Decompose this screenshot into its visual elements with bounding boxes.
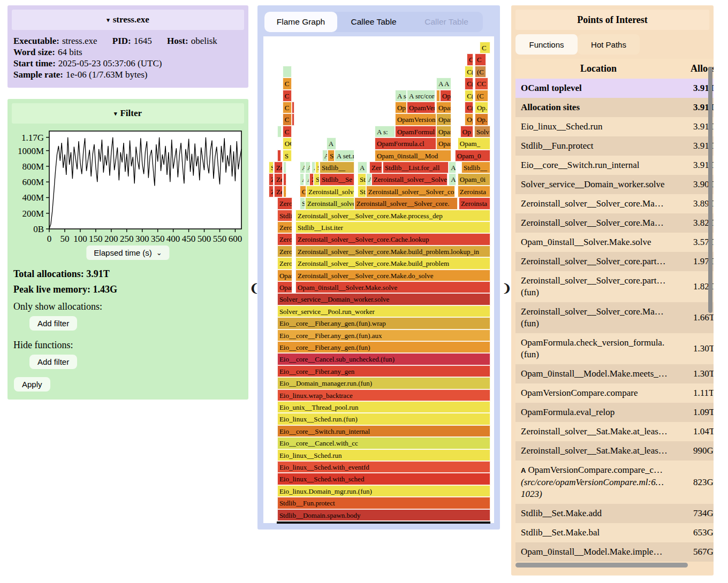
- flame-frame[interactable]: Eio_linux__Sched.with_sched: [277, 473, 490, 485]
- flame-frame[interactable]: Zero: [369, 162, 382, 173]
- flame-frame[interactable]: Stdlib__Fun.protect: [277, 497, 490, 509]
- flame-frame[interactable]: Stdlib: [277, 210, 292, 221]
- flame-frame[interactable]: Opam_0install__Solver.Make.solve: [295, 281, 490, 293]
- flame-frame[interactable]: Stdlib__Se: [320, 173, 354, 185]
- flame-frame[interactable]: Zeroinstall_solver__Solver_core.Make.bui…: [295, 246, 490, 257]
- poi-table-row[interactable]: Zeroinstall_solver__Solver_core.Ma…3.89T: [515, 194, 714, 213]
- flame-frame[interactable]: C: [283, 126, 292, 137]
- flame-frame[interactable]: OpamFormul: [395, 126, 436, 137]
- poi-table-row[interactable]: AOpamVersionCompare.compare_c…(src/core/…: [515, 461, 714, 504]
- flame-frame[interactable]: [292, 113, 294, 125]
- flame-frame[interactable]: C(: [465, 78, 473, 89]
- flame-frame[interactable]: Eio__core__Cancel.sub_unchecked.(fun): [277, 353, 490, 365]
- flame-frame[interactable]: OpamVersion: [395, 113, 436, 125]
- flame-frame[interactable]: C: [283, 90, 292, 102]
- flame-frame[interactable]: Eio__core__Fiber.any_gen.(fun).aux: [277, 329, 490, 341]
- flame-frame[interactable]: S: [300, 197, 305, 209]
- poi-table-row[interactable]: OpamFormula.check_version_formula. (fun)…: [515, 333, 714, 364]
- flame-frame[interactable]: A: [322, 150, 328, 162]
- flame-frame[interactable]: Opam: [436, 113, 451, 125]
- flame-frame[interactable]: Z: [269, 173, 274, 185]
- tab-callee-table[interactable]: Callee Table: [337, 12, 410, 32]
- poi-table-row[interactable]: Allocation sites3.91T: [515, 98, 714, 117]
- flame-frame[interactable]: Op.: [475, 102, 488, 113]
- tab-caller-table[interactable]: Caller Table: [410, 12, 483, 32]
- vertical-scrollbar[interactable]: [708, 67, 712, 313]
- flame-frame[interactable]: Opam: [436, 137, 451, 149]
- flame-frame[interactable]: Eio__core__Fiber.any_gen: [277, 365, 490, 377]
- flame-frame[interactable]: Zeroinstall_solver__Solver_core.: [354, 197, 458, 209]
- flame-frame[interactable]: Op.: [475, 113, 488, 125]
- flame-frame[interactable]: A set.r: [335, 150, 354, 162]
- poi-table-row[interactable]: Opam_0install__Solver.Make.solve3.57T: [515, 233, 714, 252]
- poi-tab-functions[interactable]: Functions: [515, 34, 578, 55]
- flame-frame[interactable]: S: [314, 173, 320, 185]
- flame-frame[interactable]: A: [449, 173, 456, 185]
- poi-table-row[interactable]: Eio__core__Switch.run_internal3.91T: [515, 156, 714, 175]
- flame-frame[interactable]: S: [283, 150, 292, 162]
- poi-table-row[interactable]: Stdlib__Fun.protect3.91T: [515, 136, 714, 156]
- flame-frame[interactable]: Solver_service__Pool.run_worker: [277, 305, 490, 317]
- flame-frame[interactable]: Stdlib__: [461, 162, 490, 173]
- apply-button[interactable]: Apply: [14, 377, 50, 392]
- flame-frame[interactable]: Ze: [274, 186, 283, 197]
- flame-frame[interactable]: (C: [475, 66, 486, 78]
- flame-frame[interactable]: C: [475, 53, 486, 65]
- flame-frame[interactable]: A: [449, 162, 456, 173]
- flame-frame[interactable]: S: [315, 162, 319, 173]
- flame-frame[interactable]: Z: [309, 173, 314, 185]
- flame-frame[interactable]: Zeroinstall_solver__Solver_core.Make.do_…: [295, 270, 490, 281]
- flame-frame[interactable]: Opam_: [458, 137, 490, 149]
- flame-frame[interactable]: Eio_linux__Sched.run.(fun): [277, 413, 490, 425]
- poi-table-row[interactable]: Zeroinstall_solver__Sat.Make.at_leas…990…: [515, 441, 714, 461]
- flame-frame[interactable]: Solv: [474, 126, 490, 137]
- executable-info-header[interactable]: ▾ stress.exe: [12, 10, 244, 30]
- poi-table-row[interactable]: Zeroinstall_solver__Solver_core.part…1.9…: [515, 252, 714, 271]
- flame-frame[interactable]: Stdlib__Domain.spawn.body: [277, 509, 490, 521]
- flame-frame[interactable]: Opam: [277, 281, 292, 293]
- flame-frame[interactable]: Opam: [277, 270, 292, 281]
- flame-frame[interactable]: Z: [283, 186, 286, 197]
- flame-frame[interactable]: A: [300, 162, 305, 173]
- flame-frame[interactable]: Eio_linux.wrap_backtrace: [277, 389, 490, 401]
- flame-frame[interactable]: Zeroinstall_solve: [305, 197, 354, 209]
- flame-frame[interactable]: Zeroinstall_solver__Solver_core.Cache.lo…: [295, 233, 490, 245]
- flame-frame[interactable]: CC: [475, 78, 488, 89]
- flame-frame[interactable]: Zeroinstall_solver__Solver_core.Make.bui…: [295, 257, 490, 269]
- flame-frame[interactable]: Zeroi: [277, 233, 292, 245]
- flame-frame[interactable]: Solver_service__Domain_worker.solve: [277, 293, 490, 305]
- flame-frame[interactable]: OpamVer: [407, 102, 435, 113]
- poi-table-row[interactable]: Eio_linux__Sched.run3.91T: [515, 117, 714, 136]
- flame-frame[interactable]: [283, 162, 286, 173]
- flame-frame[interactable]: Zeroi: [277, 257, 292, 269]
- poi-table-row[interactable]: Zeroinstall_solver__Sat.Make.at_leas…1.0…: [515, 422, 714, 441]
- flame-frame[interactable]: S: [328, 150, 335, 162]
- flame-frame[interactable]: A: [366, 173, 371, 185]
- flame-frame[interactable]: S: [269, 162, 274, 173]
- flame-frame[interactable]: Eio_unix__Thread_pool.run: [277, 401, 490, 413]
- flame-frame[interactable]: Opam_0install__Mod: [375, 150, 451, 162]
- flame-frame[interactable]: [277, 150, 281, 162]
- flame-frame[interactable]: A: [327, 137, 336, 149]
- flame-frame[interactable]: A: [300, 173, 304, 185]
- flame-frame[interactable]: Stdlib__List.for_all: [383, 162, 449, 173]
- flame-frame[interactable]: Zeroinstall_solver__Solver_co.: [366, 186, 455, 197]
- flame-frame[interactable]: Eio__core__Cancel.with_cc: [277, 437, 490, 449]
- flame-frame[interactable]: A: [305, 162, 310, 173]
- flame-frame[interactable]: St: [358, 173, 366, 185]
- collapse-right-handle[interactable]: ❩: [502, 282, 512, 295]
- flame-frame[interactable]: St: [358, 186, 366, 197]
- flame-frame[interactable]: Zeroinstall_solv: [306, 186, 354, 197]
- flame-frame[interactable]: OpamFormula.cl: [375, 137, 436, 149]
- flame-frame[interactable]: Ze: [274, 173, 283, 185]
- flame-frame[interactable]: Zeroi: [277, 246, 292, 257]
- flame-frame[interactable]: C: [283, 102, 292, 113]
- tab-flame-graph[interactable]: Flame Graph: [264, 12, 337, 32]
- flame-frame[interactable]: A: [358, 162, 367, 173]
- flame-frame[interactable]: A: [305, 173, 309, 185]
- flame-frame[interactable]: Zeroi: [277, 221, 292, 233]
- poi-tab-hot-paths[interactable]: Hot Paths: [578, 34, 640, 55]
- flame-frame[interactable]: Zeroinsta: [458, 186, 490, 197]
- flame-frame[interactable]: Zeroi: [277, 197, 292, 209]
- flame-frame[interactable]: Stdlib__: [320, 162, 354, 173]
